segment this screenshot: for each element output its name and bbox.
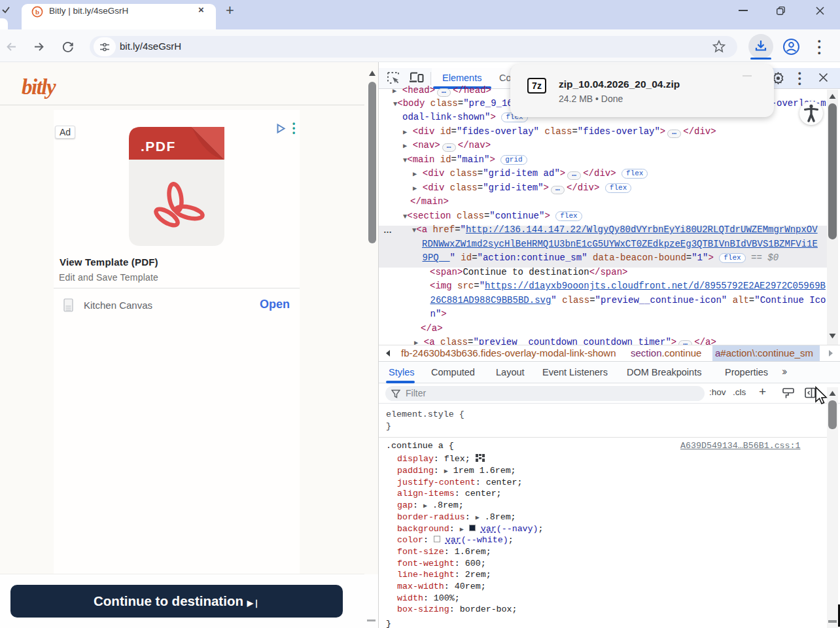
svg-text:.PDF: .PDF: [141, 139, 176, 154]
svg-text:b: b: [35, 8, 39, 16]
